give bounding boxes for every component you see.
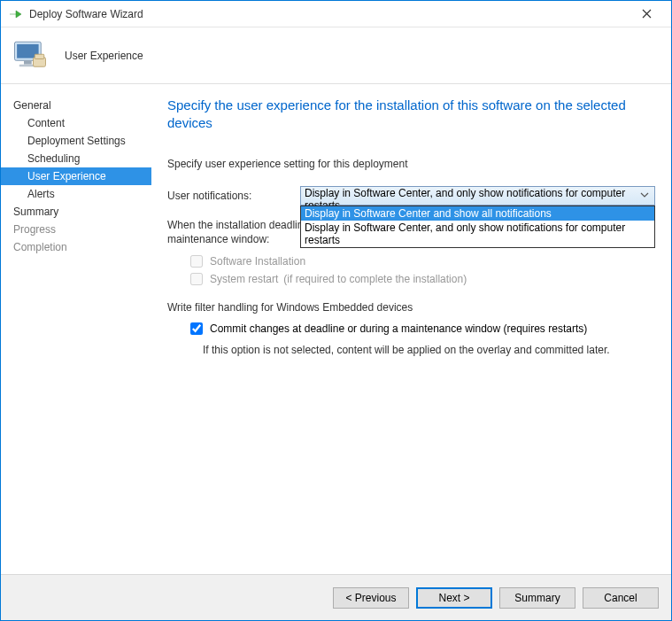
wizard-arrow-icon	[8, 7, 22, 21]
chevron-down-icon	[640, 190, 649, 199]
monitor-icon	[12, 37, 49, 74]
software-installation-label: Software Installation	[210, 255, 305, 268]
commit-changes-label: Commit changes at deadline or during a m…	[210, 322, 587, 335]
wizard-footer: < Previous Next > Summary Cancel	[1, 574, 671, 620]
previous-button[interactable]: < Previous	[333, 587, 409, 609]
sidebar-item-scheduling[interactable]: Scheduling	[1, 150, 151, 167]
wizard-sidebar: GeneralContentDeployment SettingsSchedul…	[1, 84, 151, 576]
sidebar-item-progress[interactable]: Progress	[1, 221, 151, 238]
sidebar-item-alerts[interactable]: Alerts	[1, 185, 151, 203]
wizard-body: GeneralContentDeployment SettingsSchedul…	[1, 84, 671, 576]
close-button[interactable]	[629, 7, 664, 21]
commit-changes-row: Commit changes at deadline or during a m…	[190, 322, 655, 335]
close-icon	[642, 9, 652, 19]
sidebar-item-user-experience[interactable]: User Experience	[1, 167, 151, 185]
sidebar-item-content[interactable]: Content	[1, 114, 151, 132]
user-notifications-dropdown: Display in Software Center and show all …	[300, 206, 655, 248]
header-subtitle: User Experience	[65, 50, 143, 62]
wizard-header: User Experience	[1, 27, 671, 84]
summary-button[interactable]: Summary	[499, 587, 575, 609]
window-title: Deploy Software Wizard	[29, 8, 629, 20]
title-bar: Deploy Software Wizard	[1, 1, 671, 27]
intro-text: Specify user experience setting for this…	[167, 158, 655, 170]
software-installation-checkbox	[190, 255, 203, 268]
system-restart-hint: (if required to complete the installatio…	[283, 273, 467, 285]
system-restart-label: System restart	[210, 273, 278, 285]
write-filter-heading: Write filter handling for Windows Embedd…	[167, 301, 655, 314]
system-restart-checkbox	[190, 273, 203, 285]
wizard-main: Specify the user experience for the inst…	[151, 84, 671, 576]
commit-note: If this option is not selected, content …	[203, 344, 655, 356]
sidebar-item-summary[interactable]: Summary	[1, 203, 151, 221]
next-button[interactable]: Next >	[416, 587, 492, 609]
svg-rect-5	[35, 54, 44, 58]
cancel-button[interactable]: Cancel	[583, 587, 659, 609]
sidebar-item-deployment-settings[interactable]: Deployment Settings	[1, 132, 151, 150]
user-notifications-row: User notifications: Display in Software …	[167, 186, 655, 206]
system-restart-row: System restart (if required to complete …	[190, 273, 655, 285]
commit-changes-checkbox[interactable]	[190, 322, 203, 335]
sidebar-item-general[interactable]: General	[1, 97, 151, 114]
user-notifications-option[interactable]: Display in Software Center and show all …	[301, 206, 654, 221]
page-heading: Specify the user experience for the inst…	[167, 97, 655, 133]
sidebar-item-completion[interactable]: Completion	[1, 238, 151, 256]
user-notifications-option[interactable]: Display in Software Center, and only sho…	[301, 221, 654, 247]
software-installation-row: Software Installation	[190, 255, 655, 268]
user-notifications-select-wrap: Display in Software Center, and only sho…	[300, 186, 655, 206]
svg-rect-2	[24, 60, 32, 64]
user-notifications-select[interactable]: Display in Software Center, and only sho…	[300, 186, 655, 206]
user-notifications-label: User notifications:	[167, 190, 300, 202]
